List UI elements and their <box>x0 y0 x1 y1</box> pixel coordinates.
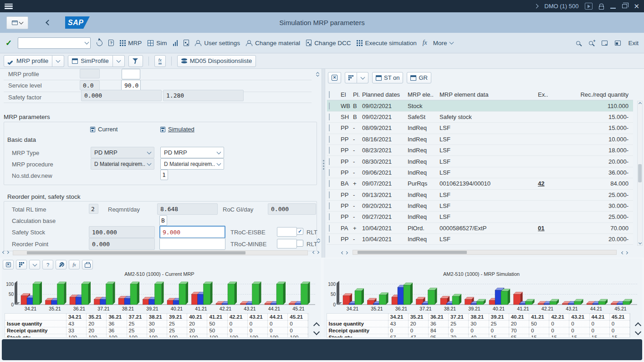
forward-chevron-icon[interactable] <box>534 4 539 9</box>
table-row[interactable]: PP-08/09/2021IndReqLSF15.000- <box>327 123 633 134</box>
chart-layout-dropdown[interactable] <box>29 260 40 269</box>
md05-button[interactable]: MD05 Dispositionsliste <box>177 55 256 67</box>
close-chart-button[interactable]: ✕ <box>3 260 14 269</box>
troc-eisbe-field[interactable] <box>277 227 297 237</box>
layout-dropdown[interactable] <box>357 72 368 83</box>
mrp-profile-button[interactable]: MRP profile <box>4 55 52 67</box>
user-settings-button[interactable]: User settings <box>195 40 240 47</box>
table-row[interactable]: SHB09/02/2021SafeStSafety stock15.000- <box>327 112 633 123</box>
change-material-button[interactable]: Change material <box>246 40 300 47</box>
open-window-button[interactable] <box>615 41 621 46</box>
mrp-profile-dropdown[interactable] <box>52 55 64 67</box>
rlt-checkbox-checked[interactable]: ✓ <box>296 228 303 235</box>
rlt-checkbox-unchecked[interactable] <box>296 240 303 247</box>
vertical-splitter[interactable] <box>322 69 325 258</box>
mrp-type-current-select[interactable]: PD MRP <box>91 147 154 158</box>
row-checkbox[interactable] <box>329 180 330 187</box>
sim-button[interactable]: Sim <box>148 40 167 47</box>
command-field[interactable] <box>20 40 85 47</box>
chart-layout-button[interactable] <box>16 260 27 269</box>
no-std-dev-field[interactable]: 1 <box>160 170 168 180</box>
st-on-button[interactable]: ST on <box>372 72 403 83</box>
row-checkbox[interactable] <box>329 147 330 154</box>
filter-button[interactable] <box>128 55 143 67</box>
row-checkbox[interactable] <box>329 236 330 243</box>
hscroll-arrows-left[interactable] <box>3 251 9 253</box>
panel-scroll-arrows[interactable] <box>317 72 319 76</box>
formula-table-button[interactable]: fx <box>154 55 166 67</box>
table-row[interactable]: PP-08/23/2021IndReqLSF18.000- <box>327 145 633 156</box>
hscroll-arrows-left[interactable] <box>342 252 348 254</box>
chart-help-button[interactable]: ? <box>42 260 53 269</box>
row-checkbox[interactable] <box>329 114 330 120</box>
more-button[interactable]: More <box>433 40 453 47</box>
mrp-procedure-current-select[interactable]: D Material requirem.. <box>91 158 154 170</box>
new-window-button[interactable] <box>602 41 608 46</box>
row-checkbox[interactable] <box>329 158 330 165</box>
select-all-checkbox[interactable] <box>329 91 330 98</box>
row-checkbox[interactable] <box>329 225 330 232</box>
close-list-button[interactable]: ✕ <box>328 72 341 83</box>
table-scroll-chevrons[interactable] <box>314 323 319 334</box>
mrp-type-sim-select[interactable]: PD MRP <box>160 147 224 158</box>
chart-button[interactable] <box>173 40 178 46</box>
row-checkbox[interactable] <box>329 191 330 198</box>
sim-profile-button[interactable]: SimProfile <box>68 55 113 67</box>
close-icon[interactable]: ✕ <box>634 3 639 10</box>
vertical-scrollbar[interactable] <box>637 101 643 246</box>
execute-simulation-button[interactable]: Execute simulation <box>357 40 416 47</box>
layout-button[interactable] <box>345 72 357 83</box>
safety-stock-sim-field[interactable]: 9.000 <box>159 226 225 238</box>
hscroll-arrows-right[interactable] <box>313 251 319 253</box>
row-checkbox[interactable] <box>329 213 330 220</box>
exception-link[interactable]: 01 <box>538 225 544 232</box>
help-button[interactable]: ? <box>108 40 114 46</box>
table-row[interactable]: PP-09/06/2021IndReqLSF36.000- <box>327 167 633 178</box>
minimize-icon[interactable] <box>610 8 616 9</box>
row-checkbox[interactable] <box>329 169 330 176</box>
chart-print-button[interactable] <box>82 260 93 269</box>
report-button[interactable] <box>184 40 189 46</box>
calculation-base-field[interactable]: B <box>159 215 167 226</box>
table-row[interactable]: PP-09/27/2021IndReqLSF25.000- <box>327 212 633 222</box>
confirm-icon[interactable]: ✓ <box>5 38 12 48</box>
reorder-point-sim-field[interactable] <box>159 238 225 250</box>
search-plus-button[interactable]: + <box>589 41 594 45</box>
mrp-button[interactable]: MRP <box>120 40 142 47</box>
chevron-down-icon[interactable] <box>85 40 89 45</box>
mrp-profile-sim-field[interactable] <box>122 69 140 79</box>
row-checkbox[interactable] <box>329 202 330 209</box>
mrp-procedure-sim-select[interactable]: D Material requirem.. <box>160 158 224 170</box>
search-button[interactable] <box>576 41 582 45</box>
simulated-column-header[interactable]: Simulated <box>160 126 194 133</box>
hscroll-arrows-right[interactable] <box>622 252 628 254</box>
horizontal-scrollbar[interactable] <box>353 250 617 255</box>
system-menu-button[interactable] <box>6 16 28 29</box>
table-row[interactable]: WBB09/02/2021Stock110.000 <box>327 100 633 111</box>
hamburger-menu-icon[interactable] <box>5 4 13 9</box>
troc-minbe-field[interactable] <box>277 239 297 248</box>
table-row[interactable]: PP-09/13/2021IndReqLSF25.000- <box>327 190 633 201</box>
table-row[interactable]: PA+10/04/2021PlOrd.0000586527/ExtP0170.0… <box>327 223 633 234</box>
horizontal-scrollbar[interactable] <box>13 250 308 255</box>
table-row[interactable]: BA+09/07/2021PurRqs0010621394/000104284.… <box>327 178 633 189</box>
refresh-button[interactable] <box>97 40 102 46</box>
chart-formula-button[interactable]: fx <box>69 260 80 269</box>
panel-scroll-arrows[interactable] <box>317 239 320 243</box>
change-dcc-button[interactable]: Change DCC <box>306 40 351 47</box>
play-badge-icon[interactable] <box>585 3 593 10</box>
chart-settings-button[interactable] <box>56 260 66 269</box>
table-row[interactable]: PP-09/20/2021IndReqLSF30.000- <box>327 201 633 212</box>
exit-button[interactable]: Exit <box>628 40 639 47</box>
back-button[interactable] <box>46 21 51 25</box>
fx-button[interactable]: fx <box>423 39 427 47</box>
unlock-icon[interactable] <box>599 6 604 10</box>
restore-icon[interactable] <box>622 4 627 8</box>
sim-profile-dropdown[interactable] <box>113 55 125 67</box>
table-row[interactable]: PP-08/30/2021IndReqLSF20.000- <box>327 156 633 167</box>
table-scroll-chevrons[interactable] <box>636 323 640 334</box>
row-checkbox[interactable] <box>329 103 330 109</box>
gr-button[interactable]: GR <box>407 72 431 83</box>
table-row[interactable]: PP-08/16/2021IndReqLSF10.000- <box>327 134 633 145</box>
row-checkbox[interactable] <box>329 136 330 143</box>
